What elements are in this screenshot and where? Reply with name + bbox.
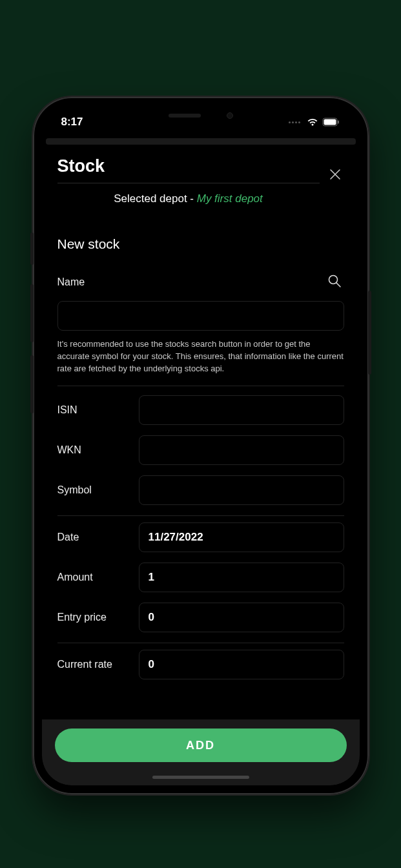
form-content: New stock Name It's recommended to use t… bbox=[42, 217, 360, 719]
selected-depot-label: Selected depot bbox=[114, 192, 187, 205]
status-indicators bbox=[289, 118, 340, 127]
name-field-block: Name It's recommended to use the stocks … bbox=[57, 271, 344, 386]
helper-text: It's recommended to use the stocks searc… bbox=[57, 338, 344, 386]
current-rate-label: Current rate bbox=[57, 659, 129, 670]
search-icon bbox=[327, 274, 342, 288]
home-indicator[interactable] bbox=[152, 776, 249, 779]
top-bar-shade bbox=[46, 138, 356, 145]
entry-price-input[interactable] bbox=[139, 603, 344, 632]
page-title: Stock bbox=[57, 156, 320, 183]
search-button[interactable] bbox=[325, 271, 344, 293]
entry-price-label: Entry price bbox=[57, 612, 129, 623]
camera bbox=[227, 112, 233, 119]
status-time: 8:17 bbox=[61, 116, 83, 129]
divider bbox=[57, 515, 344, 516]
wkn-input[interactable] bbox=[139, 435, 344, 465]
wkn-label: WKN bbox=[57, 444, 129, 456]
svg-line-4 bbox=[336, 283, 340, 287]
separator: - bbox=[187, 192, 197, 205]
wifi-icon bbox=[307, 118, 318, 127]
phone-frame: 8:17 bbox=[33, 97, 369, 794]
section-title: New stock bbox=[57, 236, 344, 252]
name-label: Name bbox=[57, 276, 85, 288]
battery-icon bbox=[322, 118, 340, 127]
side-button bbox=[368, 291, 371, 375]
symbol-label: Symbol bbox=[57, 484, 129, 496]
close-icon bbox=[329, 168, 342, 181]
side-button bbox=[30, 355, 34, 413]
selected-depot-name: My first depot bbox=[197, 192, 263, 205]
name-input[interactable] bbox=[57, 301, 344, 331]
amount-input[interactable] bbox=[139, 563, 344, 592]
cellular-dots-icon bbox=[289, 121, 300, 123]
wkn-row: WKN bbox=[57, 435, 344, 465]
add-button[interactable]: ADD bbox=[55, 728, 347, 762]
isin-row: ISIN bbox=[57, 395, 344, 425]
side-button bbox=[30, 232, 34, 265]
amount-row: Amount bbox=[57, 563, 344, 592]
close-button[interactable] bbox=[320, 156, 344, 183]
current-rate-input[interactable] bbox=[139, 650, 344, 679]
header: Stock Selected depot - My first depot bbox=[42, 145, 360, 217]
current-rate-row: Current rate bbox=[57, 650, 344, 679]
isin-label: ISIN bbox=[57, 404, 129, 416]
notch bbox=[139, 106, 262, 125]
selected-depot-line: Selected depot - My first depot bbox=[57, 183, 320, 212]
side-button bbox=[30, 284, 34, 342]
symbol-input[interactable] bbox=[139, 475, 344, 505]
date-row: Date bbox=[57, 522, 344, 552]
divider bbox=[57, 386, 344, 386]
isin-input[interactable] bbox=[139, 395, 344, 425]
svg-rect-2 bbox=[338, 121, 339, 124]
symbol-row: Symbol bbox=[57, 475, 344, 505]
divider bbox=[57, 643, 344, 643]
entry-price-row: Entry price bbox=[57, 603, 344, 632]
svg-rect-1 bbox=[324, 119, 336, 125]
screen: 8:17 bbox=[42, 106, 360, 785]
date-input[interactable] bbox=[139, 522, 344, 552]
speaker bbox=[169, 114, 201, 118]
amount-label: Amount bbox=[57, 572, 129, 583]
date-label: Date bbox=[57, 532, 129, 543]
